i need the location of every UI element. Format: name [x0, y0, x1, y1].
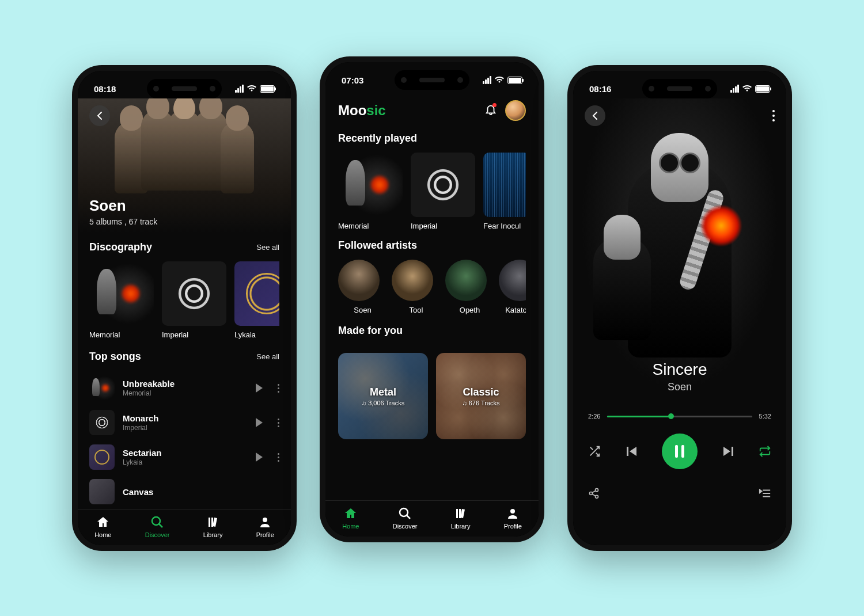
top-songs-title: Top songs	[89, 351, 141, 363]
previous-button[interactable]	[627, 447, 636, 456]
skip-next-icon	[723, 447, 730, 456]
pause-button[interactable]	[662, 434, 698, 469]
repeat-button[interactable]	[759, 445, 771, 458]
wifi-icon	[495, 77, 504, 83]
song-row[interactable]: Sectarian Lykaia	[89, 440, 279, 474]
phone-home-screen: 07:03 Moosic R	[320, 56, 544, 542]
tab-library[interactable]: Library	[451, 507, 471, 530]
discography-see-all[interactable]: See all	[256, 243, 279, 252]
svg-point-1	[263, 518, 267, 522]
profile-icon	[258, 515, 272, 529]
tab-bar: Home Discover Library Profile	[325, 500, 539, 537]
more-icon[interactable]	[278, 453, 279, 462]
share-button[interactable]	[588, 488, 600, 499]
play-icon[interactable]	[256, 453, 263, 462]
signal-icon	[235, 85, 244, 93]
recent-item-imperial[interactable]: Imperial	[411, 153, 475, 230]
album-art	[411, 153, 475, 217]
phone-player-screen: 08:16	[567, 65, 792, 551]
svg-point-6	[596, 495, 598, 498]
tab-bar: Home Discover Library Profile	[78, 509, 291, 545]
battery-icon	[755, 85, 770, 93]
app-logo: Moosic	[338, 102, 386, 119]
svg-point-4	[596, 489, 598, 492]
svg-point-3	[510, 509, 515, 514]
tab-home[interactable]: Home	[94, 515, 111, 538]
album-card-lykaia[interactable]: Lykaia	[234, 261, 279, 339]
tab-profile[interactable]: Profile	[504, 507, 522, 530]
song-thumb	[89, 410, 115, 435]
library-icon	[454, 507, 468, 520]
song-row[interactable]: Canvas	[89, 474, 279, 509]
tab-discover[interactable]: Discover	[393, 507, 418, 530]
profile-avatar[interactable]	[505, 100, 526, 121]
time-total: 5:32	[759, 413, 771, 420]
tab-library[interactable]: Library	[203, 515, 223, 538]
device-notch	[147, 79, 222, 98]
skip-prev-icon	[627, 447, 628, 456]
recent-item-fear[interactable]: Fear Inocul	[483, 153, 526, 230]
queue-button[interactable]	[759, 488, 771, 499]
tab-profile[interactable]: Profile	[256, 515, 274, 538]
album-artwork	[573, 98, 786, 404]
play-icon[interactable]	[256, 418, 263, 427]
recent-item-memorial[interactable]: Memorial	[338, 153, 403, 230]
tab-discover[interactable]: Discover	[145, 515, 170, 538]
song-row[interactable]: Monarch Imperial	[89, 405, 279, 440]
shuffle-button[interactable]	[588, 445, 601, 458]
signal-icon	[483, 76, 491, 84]
discography-title: Discography	[89, 241, 152, 253]
svg-point-2	[400, 508, 408, 516]
time-elapsed: 2:26	[588, 413, 600, 420]
home-icon	[96, 515, 110, 529]
svg-point-0	[152, 517, 160, 525]
notifications-button[interactable]	[484, 103, 497, 118]
artist-hero: Soen 5 albums , 67 track	[78, 98, 291, 233]
more-icon[interactable]	[278, 384, 279, 393]
play-icon[interactable]	[256, 383, 263, 393]
artist-circle-opeth[interactable]: Opeth	[445, 260, 494, 314]
song-thumb	[89, 375, 115, 401]
track-title: Sincere	[585, 360, 775, 379]
queue-icon	[759, 488, 771, 499]
made-for-you-title: Made for you	[338, 325, 526, 337]
album-art	[483, 153, 526, 217]
more-icon[interactable]	[278, 419, 279, 427]
signal-icon	[730, 85, 739, 93]
followed-artists-title: Followed artists	[338, 239, 526, 252]
phone-artist-screen: 08:18 Soen 5 albums , 67 track D	[72, 65, 297, 551]
back-button[interactable]	[585, 105, 605, 126]
device-notch	[395, 70, 469, 90]
home-icon	[344, 507, 358, 520]
progress-slider[interactable]	[607, 416, 752, 417]
status-time: 08:18	[94, 84, 116, 94]
album-art	[89, 261, 154, 326]
wifi-icon	[742, 85, 752, 92]
album-card-memorial[interactable]: Memorial	[89, 261, 154, 339]
track-artist: Soen	[585, 381, 775, 393]
artist-circle-katatonia[interactable]: Katato	[499, 260, 526, 314]
playlist-card-metal[interactable]: Metal ♫ 3,006 Tracks	[338, 353, 428, 439]
back-button[interactable]	[89, 105, 110, 126]
album-card-imperial[interactable]: Imperial	[162, 261, 226, 339]
next-button[interactable]	[723, 447, 733, 456]
notification-dot	[492, 103, 497, 107]
song-thumb	[89, 444, 115, 470]
share-icon	[588, 488, 600, 499]
artist-circle-soen[interactable]: Soen	[338, 260, 387, 314]
wifi-icon	[247, 85, 256, 92]
shuffle-icon	[588, 445, 601, 458]
song-thumb	[89, 479, 115, 504]
library-icon	[206, 515, 220, 529]
song-row[interactable]: Unbreakable Memorial	[89, 371, 279, 405]
search-icon	[150, 515, 164, 529]
svg-point-5	[590, 492, 593, 495]
artist-meta: 5 albums , 67 track	[89, 217, 279, 226]
top-songs-see-all[interactable]: See all	[256, 352, 279, 361]
search-icon	[398, 507, 412, 520]
playlist-card-classic[interactable]: Classic ♫ 676 Tracks	[436, 353, 526, 439]
artist-circle-tool[interactable]: Tool	[392, 260, 441, 314]
tab-home[interactable]: Home	[342, 507, 359, 530]
artist-name: Soen	[89, 197, 279, 215]
more-icon[interactable]	[772, 110, 775, 121]
